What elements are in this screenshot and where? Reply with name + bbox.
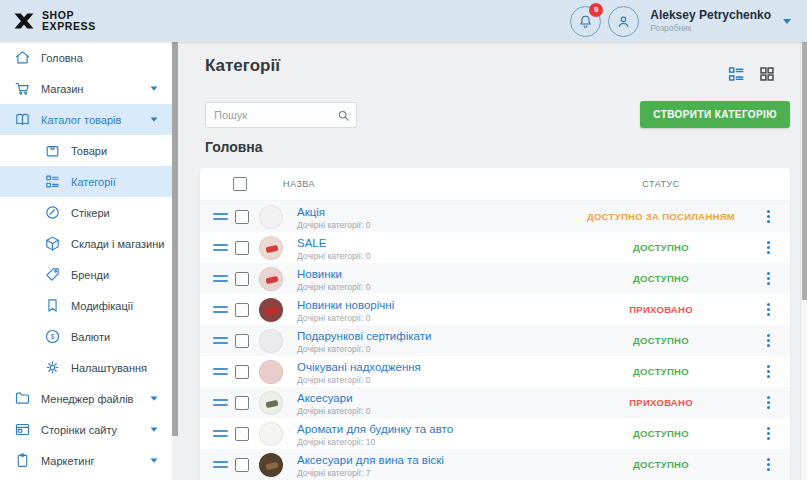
sidebar-item-marketing[interactable]: Маркетинг xyxy=(0,445,172,476)
category-thumbnail xyxy=(259,360,283,384)
row-checkbox[interactable] xyxy=(235,303,249,317)
categories-table: НАЗВА СТАТУС АкціяДочірні категорії: 0ДО… xyxy=(200,168,790,480)
kebab-menu-icon[interactable] xyxy=(746,427,790,440)
topbar: SHOP EXPRESS 9 Aleksey Petrychenko Розро… xyxy=(0,0,807,42)
profile-button[interactable] xyxy=(608,6,639,37)
table-row: НовинкиДочірні категорії: 0ДОСТУПНО xyxy=(200,263,790,294)
bookmark-icon xyxy=(44,297,61,314)
row-checkbox[interactable] xyxy=(235,210,249,224)
row-checkbox[interactable] xyxy=(235,334,249,348)
drag-handle-icon[interactable] xyxy=(213,244,228,251)
sidebar-item-categories[interactable]: Категорії xyxy=(0,166,172,197)
page-title: Категорії xyxy=(205,56,280,76)
clipboard-icon xyxy=(14,452,31,469)
sidebar-item-file-manager[interactable]: Менеджер файлів xyxy=(0,383,172,414)
notifications-button[interactable]: 9 xyxy=(570,6,601,37)
kebab-menu-icon[interactable] xyxy=(746,396,790,409)
drag-handle-icon[interactable] xyxy=(213,399,228,406)
sidebar-item-shop[interactable]: Магазин xyxy=(0,73,172,104)
child-categories-count: Дочірні категорії: 0 xyxy=(297,221,576,231)
cube-icon xyxy=(44,235,61,252)
page-scrollbar-thumb[interactable] xyxy=(802,42,807,300)
kebab-menu-icon[interactable] xyxy=(746,303,790,316)
sidebar-item-label: Валюти xyxy=(71,331,110,343)
kebab-menu-icon[interactable] xyxy=(746,241,790,254)
status-badge: ДОСТУПНО xyxy=(576,366,746,377)
sidebar-item-stickers[interactable]: Стікери xyxy=(0,197,172,228)
page-scrollbar[interactable] xyxy=(800,42,807,480)
kebab-menu-icon[interactable] xyxy=(746,334,790,347)
status-badge: ПРИХОВАНО xyxy=(576,304,746,315)
category-link[interactable]: Аксесуари xyxy=(297,392,353,404)
user-name: Aleksey Petrychenko xyxy=(650,9,771,22)
table-row: Очікувані надходженняДочірні категорії: … xyxy=(200,356,790,387)
grid-view-icon[interactable] xyxy=(758,65,776,83)
sidebar-item-site-pages[interactable]: Сторінки сайту xyxy=(0,414,172,445)
gear-icon xyxy=(44,359,61,376)
sidebar-item-settings[interactable]: Налаштування xyxy=(0,352,172,383)
logo-text: SHOP EXPRESS xyxy=(42,10,96,32)
list-view-icon[interactable] xyxy=(727,65,745,83)
kebab-menu-icon[interactable] xyxy=(746,210,790,223)
sticker-icon xyxy=(44,204,61,221)
kebab-menu-icon[interactable] xyxy=(746,272,790,285)
drag-handle-icon[interactable] xyxy=(213,368,228,375)
drag-handle-icon[interactable] xyxy=(213,337,228,344)
category-thumbnail xyxy=(259,329,283,353)
category-link[interactable]: Аксесуари для вина та віскі xyxy=(297,454,444,466)
user-role: Розробник xyxy=(650,24,771,33)
home-icon xyxy=(14,49,31,66)
sidebar-item-modifications[interactable]: Модифікації xyxy=(0,290,172,321)
drag-handle-icon[interactable] xyxy=(213,275,228,282)
sidebar-item-warehouses[interactable]: Склади і магазини xyxy=(0,228,172,259)
user-menu-chevron-down-icon[interactable] xyxy=(783,19,791,24)
table-row: SALEДочірні категорії: 0ДОСТУПНО xyxy=(200,232,790,263)
drag-handle-icon[interactable] xyxy=(213,306,228,313)
sidebar-item-catalog[interactable]: Каталог товарів xyxy=(0,104,172,135)
column-header-status: СТАТУС xyxy=(576,179,746,189)
row-checkbox[interactable] xyxy=(235,427,249,441)
category-link[interactable]: Новинки xyxy=(297,268,342,280)
category-thumbnail xyxy=(259,205,283,229)
kebab-menu-icon[interactable] xyxy=(746,365,790,378)
drag-handle-icon[interactable] xyxy=(213,461,228,468)
category-thumbnail xyxy=(259,453,283,477)
sidebar-item-brands[interactable]: Бренди xyxy=(0,259,172,290)
create-category-button[interactable]: СТВОРИТИ КАТЕГОРІЮ xyxy=(640,101,790,128)
chevron-down-icon xyxy=(151,86,158,90)
sidebar-item-products[interactable]: Товари xyxy=(0,135,172,166)
row-checkbox[interactable] xyxy=(235,365,249,379)
drag-handle-icon[interactable] xyxy=(213,213,228,220)
sidebar: ГоловнаМагазинКаталог товарівТовариКатег… xyxy=(0,42,172,480)
drag-handle-icon[interactable] xyxy=(213,430,228,437)
sidebar-item-home[interactable]: Головна xyxy=(0,42,172,73)
sidebar-item-label: Магазин xyxy=(41,83,83,95)
category-link[interactable]: Подарункові сертифікати xyxy=(297,330,431,342)
row-checkbox[interactable] xyxy=(235,458,249,472)
sidebar-item-label: Каталог товарів xyxy=(41,114,121,126)
row-checkbox[interactable] xyxy=(235,241,249,255)
category-thumbnail xyxy=(259,267,283,291)
select-all-checkbox[interactable] xyxy=(233,177,247,191)
child-categories-count: Дочірні категорії: 7 xyxy=(297,469,576,479)
sidebar-item-label: Категорії xyxy=(71,176,116,188)
category-link[interactable]: SALE xyxy=(297,237,326,249)
sidebar-scrollbar[interactable] xyxy=(172,42,178,480)
sidebar-item-label: Бренди xyxy=(71,269,109,281)
kebab-menu-icon[interactable] xyxy=(746,458,790,471)
category-link[interactable]: Аромати для будинку та авто xyxy=(297,423,453,435)
search-input[interactable] xyxy=(205,102,357,128)
tag-icon xyxy=(44,266,61,283)
status-badge: ДОСТУПНО xyxy=(576,335,746,346)
sidebar-item-currencies[interactable]: $Валюти xyxy=(0,321,172,352)
row-checkbox[interactable] xyxy=(235,272,249,286)
sidebar-item-label: Модифікації xyxy=(71,300,133,312)
sidebar-scrollbar-thumb[interactable] xyxy=(172,42,178,436)
category-link[interactable]: Очікувані надходження xyxy=(297,361,421,373)
status-badge: ДОСТУПНО xyxy=(576,428,746,439)
status-badge: ДОСТУПНО xyxy=(576,273,746,284)
category-link[interactable]: Новинки новорічні xyxy=(297,299,394,311)
category-link[interactable]: Акція xyxy=(297,206,325,218)
table-row: Аксесуари для вина та віскіДочірні катег… xyxy=(200,449,790,480)
row-checkbox[interactable] xyxy=(235,396,249,410)
